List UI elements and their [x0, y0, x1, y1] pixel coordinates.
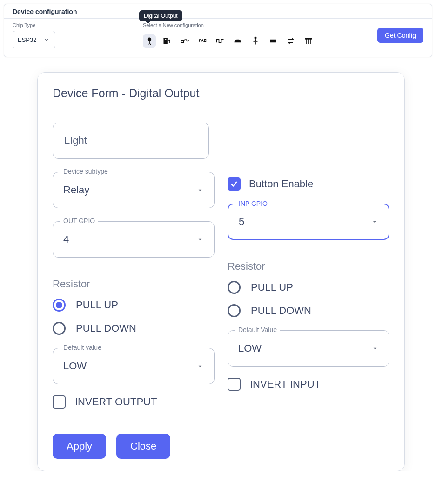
- square-wave-icon[interactable]: [214, 34, 227, 48]
- chip-type-value: ESP32: [18, 36, 36, 43]
- invert-output-checkbox[interactable]: INVERT OUTPUT: [53, 395, 215, 409]
- digital-output-icon[interactable]: [143, 34, 156, 48]
- interface-icon[interactable]: [161, 34, 174, 48]
- new-config-label: Select a New configuration: [143, 22, 368, 28]
- panel-title: Device configuration: [13, 8, 423, 15]
- inp-gpio-label: INP GPIO: [236, 200, 270, 207]
- out-gpio-select[interactable]: OUT GPIO 4: [53, 221, 215, 258]
- svg-rect-3: [150, 44, 151, 45]
- tooltip: Digital Output: [139, 10, 182, 21]
- swap-icon[interactable]: [284, 34, 297, 48]
- device-config-panel: Device configuration Chip Type ESP32 Dig…: [4, 4, 432, 57]
- svg-point-7: [168, 40, 170, 41]
- invert-input-checkbox[interactable]: INVERT INPUT: [228, 378, 389, 391]
- chevron-down-icon: [371, 218, 378, 225]
- out-pull-up-radio[interactable]: PULL UP: [53, 299, 215, 312]
- apply-button[interactable]: Apply: [53, 434, 106, 459]
- button-enable-checkbox[interactable]: Button Enable: [228, 177, 389, 191]
- out-pull-down-radio[interactable]: PULL DOWN: [53, 322, 215, 335]
- inp-default-value-label: Default Value: [235, 326, 280, 334]
- inp-gpio-value: 5: [239, 216, 244, 228]
- svg-rect-1: [149, 41, 150, 44]
- out-default-value-label: Default value: [60, 344, 104, 351]
- chevron-down-icon: [43, 36, 50, 43]
- inp-pull-down-radio[interactable]: PULL DOWN: [228, 304, 389, 317]
- inp-gpio-select[interactable]: INP GPIO 5: [228, 204, 389, 240]
- device-subtype-label: Device subtype: [60, 168, 111, 175]
- svg-rect-12: [270, 40, 276, 43]
- checkbox-icon: [53, 395, 66, 409]
- svg-rect-16: [305, 38, 312, 39]
- out-gpio-label: OUT GPIO: [60, 217, 98, 225]
- chevron-down-icon: [196, 236, 204, 243]
- analog-in-icon[interactable]: [178, 34, 191, 48]
- checkbox-checked-icon: [228, 177, 241, 191]
- device-subtype-select[interactable]: Device subtype Relay: [53, 172, 215, 208]
- get-config-button[interactable]: Get Config: [377, 28, 423, 43]
- inp-resistor-header: Resistor: [228, 260, 389, 272]
- close-button[interactable]: Close: [116, 434, 170, 459]
- out-resistor-header: Resistor: [53, 278, 215, 290]
- out-gpio-value: 4: [63, 233, 69, 245]
- header-pins-icon[interactable]: [302, 34, 315, 48]
- inp-default-value-select[interactable]: Default Value LOW: [228, 330, 389, 367]
- checkbox-icon: [228, 378, 241, 391]
- svg-rect-10: [204, 40, 206, 42]
- modal-title: Device Form - Digital Output: [53, 87, 389, 100]
- svg-rect-5: [165, 39, 166, 40]
- svg-rect-2: [148, 44, 149, 45]
- svg-rect-9: [181, 40, 184, 42]
- inp-default-value: LOW: [238, 342, 262, 354]
- inp-pull-up-radio[interactable]: PULL UP: [228, 281, 389, 294]
- bus-icon[interactable]: [267, 34, 280, 48]
- chip-type-select[interactable]: ESP32: [13, 31, 55, 48]
- uart-icon[interactable]: [196, 34, 209, 48]
- curve-icon[interactable]: [231, 34, 244, 48]
- divider: [4, 18, 432, 19]
- svg-rect-6: [165, 41, 166, 41]
- out-default-value-select[interactable]: Default value LOW: [53, 348, 215, 384]
- chip-type-label: Chip Type: [13, 22, 134, 28]
- device-name-input[interactable]: [53, 123, 209, 159]
- svg-point-0: [148, 38, 151, 41]
- config-icon-row: [143, 34, 368, 48]
- out-default-value: LOW: [63, 360, 87, 372]
- svg-point-11: [255, 37, 256, 39]
- device-subtype-value: Relay: [63, 184, 89, 196]
- chevron-down-icon: [371, 345, 379, 352]
- fork-icon[interactable]: [249, 34, 262, 48]
- device-form-modal: Device Form - Digital Output Device subt…: [37, 72, 405, 471]
- svg-rect-8: [169, 41, 170, 43]
- chevron-down-icon: [196, 186, 204, 194]
- chevron-down-icon: [196, 362, 204, 370]
